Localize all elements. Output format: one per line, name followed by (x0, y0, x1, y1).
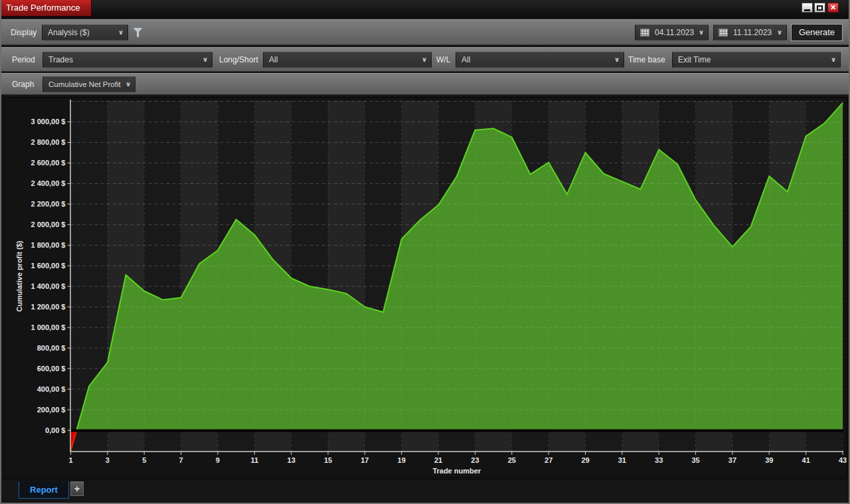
generate-label: Generate (799, 27, 835, 37)
close-button[interactable]: ✕ (827, 3, 839, 13)
chart-panel: 0,00 $200,00 $400,00 $600,00 $800,00 $1 … (4, 97, 847, 478)
period-dropdown-value: Trades (43, 55, 73, 64)
minimize-button[interactable] (802, 3, 813, 13)
y-tick-label: 1 000,00 $ (31, 323, 66, 331)
generate-button[interactable]: Generate (791, 24, 843, 41)
x-tick-label: 17 (361, 456, 369, 464)
timebase-dropdown-value: Exit Time (673, 55, 711, 64)
x-tick-label: 39 (765, 456, 773, 464)
chevron-down-icon: ∨ (614, 56, 620, 63)
x-tick-label: 9 (216, 456, 220, 464)
cumulative-profit-chart[interactable]: 0,00 $200,00 $400,00 $600,00 $800,00 $1 … (5, 98, 847, 477)
y-tick-label: 400,00 $ (37, 385, 66, 393)
x-tick-label: 3 (106, 456, 110, 464)
chevron-down-icon: ∨ (831, 56, 836, 63)
x-tick-label: 31 (618, 456, 626, 464)
tab-report[interactable]: Report (19, 481, 69, 499)
display-dropdown[interactable]: Analysis ($) ∨ (42, 25, 128, 40)
y-tick-label: 2 800,00 $ (31, 138, 66, 146)
x-tick-label: 43 (839, 456, 847, 464)
date-to-picker[interactable]: 11.11.2023 ∨ (713, 25, 787, 40)
bottom-tab-bar: Report + (1, 479, 849, 503)
x-tick-label: 1 (68, 456, 72, 464)
x-tick-label: 35 (691, 456, 699, 464)
x-tick-label: 19 (398, 456, 406, 464)
window-title-tab[interactable]: Trade Performance (0, 0, 92, 17)
longshort-label: Long/Short (219, 55, 258, 64)
close-icon: ✕ (830, 3, 836, 12)
x-tick-label: 41 (802, 456, 810, 464)
filter-funnel-icon[interactable] (133, 28, 143, 37)
tab-report-label: Report (30, 485, 58, 495)
y-tick-label: 0,00 $ (45, 426, 66, 434)
graph-label: Graph (12, 80, 34, 89)
calendar-icon (640, 29, 649, 36)
add-tab-button[interactable]: + (70, 481, 84, 496)
x-tick-label: 15 (324, 456, 332, 464)
minimize-icon (804, 9, 810, 11)
chevron-down-icon: ∨ (777, 29, 782, 36)
wl-dropdown-value: All (456, 55, 470, 64)
y-tick-label: 1 400,00 $ (31, 282, 66, 290)
x-tick-label: 27 (545, 456, 552, 464)
timebase-dropdown[interactable]: Exit Time ∨ (672, 52, 841, 67)
x-tick-label: 25 (508, 456, 516, 464)
wl-dropdown[interactable]: All ∨ (456, 52, 624, 67)
date-to-value: 11.11.2023 (728, 28, 772, 37)
y-tick-label: 1 600,00 $ (31, 262, 66, 270)
x-axis-title: Trade number (432, 467, 481, 475)
maximize-icon (817, 5, 823, 11)
x-tick-label: 11 (250, 456, 258, 464)
y-tick-label: 800,00 $ (37, 344, 66, 352)
trade-performance-window: Trade Performance ✕ Display Analysis ($)… (0, 0, 850, 504)
chevron-down-icon: ∨ (699, 29, 704, 36)
x-tick-label: 37 (728, 456, 736, 464)
x-tick-label: 23 (471, 456, 479, 464)
y-tick-label: 2 600,00 $ (31, 159, 66, 167)
window-title: Trade Performance (0, 0, 91, 13)
wl-label: W/L (436, 55, 450, 64)
title-bar: Trade Performance ✕ (0, 0, 850, 18)
date-from-value: 04.11.2023 (649, 28, 694, 37)
maximize-button[interactable] (814, 3, 825, 13)
y-tick-label: 600,00 $ (37, 365, 66, 373)
x-tick-label: 7 (179, 456, 183, 464)
calendar-icon (719, 29, 728, 36)
y-tick-label: 1 800,00 $ (31, 241, 66, 249)
period-dropdown[interactable]: Trades ∨ (42, 52, 212, 67)
y-axis-title: Cumulative profit ($) (15, 240, 23, 311)
y-tick-label: 2 000,00 $ (31, 220, 66, 228)
display-toolbar: Display Analysis ($) ∨ 04.11.2023 ∨ 11.1… (1, 19, 849, 45)
y-tick-label: 200,00 $ (37, 406, 66, 414)
y-tick-label: 3 000,00 $ (31, 118, 66, 126)
zero-line (70, 430, 844, 432)
graph-toolbar: Graph Cumulative Net Profit ∨ (1, 73, 849, 95)
longshort-dropdown-value: All (264, 55, 278, 64)
x-tick-label: 29 (581, 456, 589, 464)
x-tick-label: 13 (288, 456, 296, 464)
y-tick-label: 2 400,00 $ (31, 179, 66, 187)
chevron-down-icon: ∨ (422, 56, 427, 63)
chevron-down-icon: ∨ (118, 29, 124, 36)
filters-toolbar: Period Trades ∨ Long/Short All ∨ W/L All… (1, 47, 849, 72)
graph-type-dropdown[interactable]: Cumulative Net Profit ∨ (42, 76, 135, 92)
display-label: Display (11, 28, 37, 37)
x-tick-label: 5 (142, 456, 146, 464)
longshort-dropdown[interactable]: All ∨ (263, 52, 432, 67)
x-tick-label: 33 (655, 456, 663, 464)
x-tick-label: 21 (434, 456, 442, 464)
y-tick-label: 1 200,00 $ (31, 303, 66, 311)
graph-type-value: Cumulative Net Profit (43, 80, 121, 88)
add-tab-label: + (74, 483, 80, 494)
chevron-down-icon: ∨ (203, 56, 208, 63)
period-label: Period (12, 55, 35, 64)
display-dropdown-value: Analysis ($) (42, 28, 90, 37)
date-from-picker[interactable]: 04.11.2023 ∨ (635, 25, 709, 40)
timebase-label: Time base (628, 55, 665, 64)
y-tick-label: 2 200,00 $ (31, 200, 66, 208)
chevron-down-icon: ∨ (126, 80, 131, 88)
